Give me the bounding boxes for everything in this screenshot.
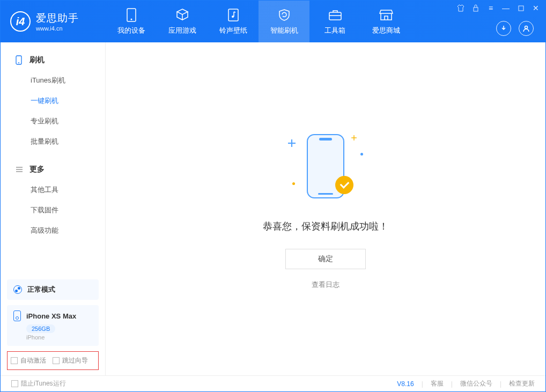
svg-point-3 [232, 16, 234, 18]
sidebar-item-download-firmware[interactable]: 下载固件 [1, 200, 105, 220]
user-button[interactable] [519, 21, 534, 36]
nav-label: 应用游戏 [168, 26, 196, 35]
sidebar-item-advanced[interactable]: 高级功能 [1, 220, 105, 241]
nav-my-device[interactable]: 我的设备 [106, 1, 157, 42]
sidebar-item-pro-flash[interactable]: 专业刷机 [1, 111, 105, 131]
nav-apps[interactable]: 应用游戏 [157, 1, 208, 42]
ok-button[interactable]: 确定 [285, 249, 366, 269]
nav-label: 工具箱 [324, 26, 345, 35]
svg-rect-6 [519, 6, 523, 11]
menu-lines-icon [16, 166, 24, 173]
device-icon [13, 310, 21, 321]
footer-link-update[interactable]: 检查更新 [509, 379, 535, 388]
device-storage: 256GB [26, 324, 55, 333]
nav-label: 铃声壁纸 [219, 26, 247, 35]
tshirt-icon[interactable] [456, 4, 465, 12]
sidebar-item-oneclick-flash[interactable]: 一键刷机 [1, 91, 105, 111]
app-name-en: www.i4.cn [36, 25, 79, 32]
logo[interactable]: i4 爱思助手 www.i4.cn [1, 11, 106, 32]
sidebar-item-batch-flash[interactable]: 批量刷机 [1, 131, 105, 152]
checkbox-label: 跳过向导 [62, 356, 88, 365]
sidebar-section-more: 更多 [1, 159, 105, 180]
device-type: iPhone [26, 334, 92, 341]
sidebar: 刷机 iTunes刷机 一键刷机 专业刷机 批量刷机 更多 其他工具 下载固件 … [1, 42, 106, 375]
download-button[interactable] [496, 21, 511, 36]
checkbox-skip-guide[interactable]: 跳过向导 [53, 356, 88, 365]
options-highlighted-box: 自动激活 跳过向导 [7, 351, 99, 370]
phone-icon [127, 8, 136, 23]
svg-rect-4 [329, 12, 341, 20]
success-message: 恭喜您，保资料刷机成功啦！ [263, 220, 388, 233]
footer: 阻止iTunes运行 V8.16 | 客服 | 微信公众号 | 检查更新 [1, 375, 545, 391]
sidebar-item-other-tools[interactable]: 其他工具 [1, 180, 105, 200]
section-title: 刷机 [29, 55, 45, 65]
toolbox-icon [328, 8, 342, 23]
sidebar-item-itunes-flash[interactable]: iTunes刷机 [1, 70, 105, 91]
phone-outline-icon [16, 55, 24, 65]
checkbox-label: 阻止iTunes运行 [21, 379, 66, 388]
mode-label: 正常模式 [27, 285, 55, 294]
device-name: iPhone XS Max [26, 312, 76, 320]
top-nav: 我的设备 应用游戏 铃声壁纸 智能刷机 工具箱 爱思商城 [106, 1, 411, 42]
maximize-icon[interactable] [517, 4, 525, 12]
header-actions [496, 21, 534, 36]
svg-point-1 [130, 19, 132, 20]
nav-label: 爱思商城 [372, 26, 400, 35]
nav-label: 智能刷机 [270, 26, 298, 35]
store-icon [379, 8, 393, 23]
lock-icon[interactable] [471, 4, 480, 12]
nav-toolbox[interactable]: 工具箱 [309, 1, 360, 42]
device-mode-card[interactable]: 正常模式 [7, 279, 99, 300]
checkmark-badge-icon [335, 176, 353, 194]
nav-flash[interactable]: 智能刷机 [259, 1, 309, 42]
device-info-card[interactable]: iPhone XS Max 256GB iPhone [7, 305, 99, 346]
footer-link-service[interactable]: 客服 [431, 379, 444, 388]
nav-label: 我的设备 [117, 26, 145, 35]
header: i4 爱思助手 www.i4.cn 我的设备 应用游戏 铃声壁纸 智能刷机 工具… [1, 1, 545, 42]
shield-refresh-icon [277, 8, 291, 23]
section-title: 更多 [29, 165, 45, 174]
svg-rect-2 [228, 9, 238, 21]
svg-point-7 [525, 26, 528, 29]
footer-link-wechat[interactable]: 微信公众号 [460, 379, 492, 388]
checkbox-auto-activate[interactable]: 自动激活 [11, 356, 46, 365]
menu-icon[interactable]: ≡ [486, 4, 495, 12]
version-label: V8.16 [397, 380, 414, 388]
svg-point-9 [18, 62, 19, 63]
music-icon [227, 8, 239, 23]
app-name-cn: 爱思助手 [36, 11, 79, 25]
nav-store[interactable]: 爱思商城 [360, 1, 411, 42]
cube-icon [175, 8, 189, 23]
view-log-link[interactable]: 查看日志 [312, 280, 340, 290]
minimize-icon[interactable]: — [501, 4, 510, 12]
titlebar-controls: ≡ — ✕ [456, 4, 540, 12]
sidebar-section-flash: 刷机 [1, 50, 105, 70]
nav-ringtones[interactable]: 铃声壁纸 [208, 1, 259, 42]
checkbox-block-itunes[interactable]: 阻止iTunes运行 [11, 379, 66, 388]
mode-icon [13, 285, 22, 294]
close-icon[interactable]: ✕ [532, 4, 540, 12]
checkbox-label: 自动激活 [20, 356, 46, 365]
success-illustration [288, 129, 363, 204]
svg-rect-5 [474, 8, 478, 11]
main-content: 恭喜您，保资料刷机成功啦！ 确定 查看日志 [106, 42, 545, 375]
logo-icon: i4 [10, 11, 31, 32]
